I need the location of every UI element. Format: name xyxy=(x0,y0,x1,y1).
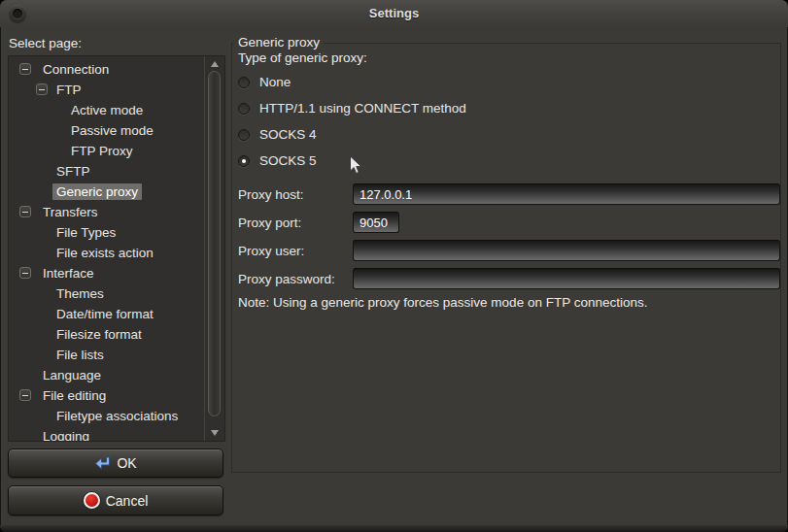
radio-option-socks-4: SOCKS 4 xyxy=(238,121,780,148)
tree-item-sftp: SFTP xyxy=(9,161,204,182)
minus-glyph xyxy=(22,69,28,70)
proxy-port-label: Proxy port: xyxy=(238,216,353,230)
tree-item-label[interactable]: FTP xyxy=(52,82,86,98)
tree-item-label[interactable]: SFTP xyxy=(52,163,94,180)
tree-item-label[interactable]: File Types xyxy=(52,224,120,241)
tree-item-label[interactable]: Active mode xyxy=(67,102,147,118)
radio-label[interactable]: None xyxy=(259,75,291,89)
tree-item-label[interactable]: Language xyxy=(39,367,105,383)
tree-item-label[interactable]: Connection xyxy=(39,61,113,78)
stop-sign-icon xyxy=(84,492,100,509)
tree-item-active-mode: Active mode xyxy=(9,100,204,120)
tree-item-label[interactable]: Logging xyxy=(39,428,93,441)
screen: Settings Select page: ConnectionFTPActiv… xyxy=(0,0,788,532)
tree-item-label[interactable]: Transfers xyxy=(39,204,102,220)
ok-button[interactable]: OK xyxy=(8,449,223,478)
tree-item-passive-mode: Passive mode xyxy=(9,120,204,141)
titlebar: Settings xyxy=(0,0,788,27)
settings-window: Settings Select page: ConnectionFTPActiv… xyxy=(0,0,788,532)
tree-item-label[interactable]: Interface xyxy=(39,265,98,282)
radio-button[interactable] xyxy=(238,77,250,88)
field-row-proxy-user: Proxy user: xyxy=(238,240,774,261)
proxy-host-input[interactable] xyxy=(353,183,780,205)
proxy-user-input[interactable] xyxy=(353,240,780,261)
minus-glyph xyxy=(22,395,28,396)
page-tree: ConnectionFTPActive modePassive modeFTP … xyxy=(8,55,225,442)
field-row-proxy-host: Proxy host: xyxy=(238,183,774,205)
scroll-down-icon[interactable] xyxy=(211,430,219,436)
tree-item-label[interactable]: Passive mode xyxy=(67,122,157,139)
tree-item-label[interactable]: File exists action xyxy=(52,245,157,261)
tree-item-transfers: Transfers xyxy=(9,202,204,222)
proxy-host-label: Proxy host: xyxy=(238,187,353,202)
tree-item-label[interactable]: File lists xyxy=(52,347,108,363)
proxy-user-label: Proxy user: xyxy=(238,244,353,258)
proxy-fields: Proxy host:Proxy port:Proxy user:Proxy p… xyxy=(238,183,774,296)
proxy-password-input[interactable] xyxy=(353,268,780,289)
window-title: Settings xyxy=(0,6,788,20)
select-page-label: Select page: xyxy=(9,36,82,50)
tree-item-label[interactable]: Date/time format xyxy=(52,306,157,322)
group-title: Generic proxy xyxy=(234,35,324,50)
proxy-type-radio-group: NoneHTTP/1.1 using CONNECT methodSOCKS 4… xyxy=(238,69,780,174)
tree-scrollbar[interactable] xyxy=(204,56,224,441)
tree-item-ftp-proxy: FTP Proxy xyxy=(9,141,204,161)
minus-glyph xyxy=(22,273,28,274)
radio-label[interactable]: SOCKS 5 xyxy=(259,153,317,168)
minus-expander-icon[interactable] xyxy=(19,206,31,217)
tree-item-filetype-associations: Filetype associations xyxy=(9,406,204,426)
return-arrow-icon xyxy=(94,456,111,470)
generic-proxy-group: Generic proxy Type of generic proxy: Non… xyxy=(231,43,781,473)
tree-item-connection: Connection xyxy=(9,59,204,80)
tree-item-filesize-format: Filesize format xyxy=(9,324,204,345)
tree-item-file-lists: File lists xyxy=(9,345,204,365)
mouse-cursor xyxy=(349,155,363,176)
tree-items: ConnectionFTPActive modePassive modeFTP … xyxy=(9,56,204,441)
radio-button[interactable] xyxy=(238,103,250,115)
radio-option-socks-5: SOCKS 5 xyxy=(238,148,780,174)
tree-item-language: Language xyxy=(9,365,204,385)
tree-item-themes: Themes xyxy=(9,283,204,304)
minus-expander-icon[interactable] xyxy=(36,83,48,95)
tree-item-label[interactable]: FTP Proxy xyxy=(67,143,137,159)
tree-item-file-types: File Types xyxy=(9,222,204,243)
minus-glyph xyxy=(22,212,28,213)
scrollbar-thumb[interactable] xyxy=(208,71,221,416)
tree-item-label[interactable]: Filesize format xyxy=(52,326,146,343)
cancel-button[interactable]: Cancel xyxy=(8,485,223,515)
ok-button-label: OK xyxy=(117,455,136,471)
tree-item-label[interactable]: Filetype associations xyxy=(52,408,182,424)
radio-button[interactable] xyxy=(238,155,250,167)
tree-item-label[interactable]: Generic proxy xyxy=(52,183,142,200)
radio-label[interactable]: HTTP/1.1 using CONNECT method xyxy=(259,101,466,116)
window-bottom-edge xyxy=(0,525,788,532)
field-row-proxy-port: Proxy port: xyxy=(238,212,774,233)
minus-expander-icon[interactable] xyxy=(19,389,31,401)
tree-item-file-exists-action: File exists action xyxy=(9,243,204,263)
tree-item-logging: Logging xyxy=(9,426,204,441)
tree-item-ftp: FTP xyxy=(9,80,204,100)
type-of-proxy-label: Type of generic proxy: xyxy=(238,50,780,65)
tree-item-file-editing: File editing xyxy=(9,385,204,406)
minus-expander-icon[interactable] xyxy=(19,267,31,279)
proxy-password-label: Proxy password: xyxy=(238,272,353,286)
cancel-button-label: Cancel xyxy=(106,493,149,509)
radio-button[interactable] xyxy=(238,129,250,141)
tree-item-label[interactable]: Themes xyxy=(52,285,108,302)
tree-item-date-time-format: Date/time format xyxy=(9,304,204,324)
radio-label[interactable]: SOCKS 4 xyxy=(259,127,317,142)
radio-option-none: None xyxy=(238,69,780,95)
proxy-port-input[interactable] xyxy=(353,212,399,233)
radio-option-http-1-1-using-connect-method: HTTP/1.1 using CONNECT method xyxy=(238,95,780,121)
tree-item-generic-proxy: Generic proxy xyxy=(9,182,204,202)
tree-item-label[interactable]: File editing xyxy=(39,387,110,404)
minus-glyph xyxy=(39,89,45,90)
scroll-up-icon[interactable] xyxy=(211,61,219,67)
tree-item-interface: Interface xyxy=(9,263,204,283)
note-text: Note: Using a generic proxy forces passi… xyxy=(238,295,647,310)
minus-expander-icon[interactable] xyxy=(19,63,31,75)
field-row-proxy-password: Proxy password: xyxy=(238,268,774,289)
